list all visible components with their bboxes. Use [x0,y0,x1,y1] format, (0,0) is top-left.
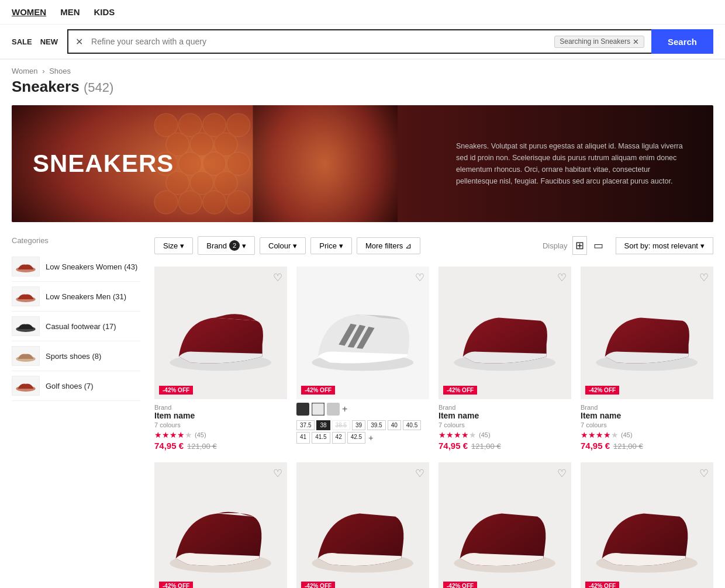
discount-badge: -42% OFF [443,582,477,588]
breadcrumb-women[interactable]: Women [12,67,38,75]
original-price: 121,00 € [613,442,643,451]
sale-label[interactable]: SALE [12,37,32,46]
new-label[interactable]: NEW [40,37,58,46]
list-view-icon[interactable]: ▭ [591,236,606,255]
size-filter[interactable]: Size ▾ [154,237,193,254]
discount-badge: -42% OFF [159,386,193,395]
brand-filter[interactable]: Brand 2 ▾ [198,236,255,255]
size-38-5[interactable]: 38.5 [332,420,350,430]
category-low-sneakers-men[interactable]: Low Sneakers Men (31) [12,282,140,312]
size-39[interactable]: 39 [352,420,365,430]
svg-rect-19 [253,105,398,222]
current-price: 74,95 € [581,441,610,451]
filter-bar: Size ▾ Brand 2 ▾ Colour ▾ Price ▾ More f… [154,236,713,255]
product-card-6[interactable]: -42% OFF ♡ Brand Item name [296,462,429,588]
size-40-5[interactable]: 40.5 [403,420,421,430]
category-thumb [12,346,40,366]
search-clear-icon[interactable]: ✕ [75,36,83,47]
category-thumb [12,286,40,306]
search-input[interactable] [91,37,550,46]
breadcrumb-shoes[interactable]: Shoes [49,67,71,75]
rating-count: (45) [621,431,633,438]
product-info: Brand Item name 7 colours ★★★★★ (45) 74,… [439,399,571,453]
color-swatch-light[interactable] [327,403,340,416]
wishlist-button[interactable]: ♡ [415,467,424,480]
price-row: 74,95 € 121,00 € [154,441,287,451]
hero-description: Sneakers. Volutpat sit purus egestas at … [456,140,690,187]
size-41[interactable]: 41 [296,432,310,444]
product-name: Item name [154,411,287,420]
discount-badge: -42% OFF [301,386,335,395]
nav-women[interactable]: WOMEN [12,7,46,17]
size-42-5[interactable]: 42.5 [347,432,365,444]
product-card-7[interactable]: -42% OFF ♡ Brand Item name [439,462,571,588]
wishlist-button[interactable]: ♡ [699,271,709,284]
product-card-2[interactable]: -42% OFF ♡ + 37.5 38 38.5 39 39.5 [296,267,429,453]
category-thumb [12,376,40,396]
page-title: Sneakers (542) [0,78,725,105]
sidebar-title: Categories [12,236,140,245]
svg-rect-27 [296,403,309,416]
display-label: Display [543,241,568,250]
color-swatch-selected[interactable] [312,403,324,416]
price-filter[interactable]: Price ▾ [310,237,352,254]
nav-kids[interactable]: KIDS [94,7,115,17]
chevron-down-icon: ▾ [293,241,297,250]
nav-men[interactable]: MEN [60,7,80,17]
wishlist-button[interactable]: ♡ [273,467,282,480]
size-39-5[interactable]: 39.5 [367,420,385,430]
product-card-5[interactable]: -42% OFF ♡ Brand Item name [154,462,287,588]
colour-filter[interactable]: Colour ▾ [260,237,306,254]
more-filters[interactable]: More filters ⊿ [357,237,420,254]
wishlist-button[interactable]: ♡ [557,271,567,284]
hero-banner: SNEAKERS Sneakers. Volutpat sit purus eg… [12,105,713,222]
discount-badge: -42% OFF [585,386,619,395]
product-info: Brand Item name 7 colours ★★★★★ (45) 74,… [581,399,713,453]
category-golf-shoes[interactable]: Golf shoes (7) [12,371,140,401]
price-row: 74,95 € 121,00 € [439,441,571,451]
category-casual-footwear[interactable]: Casual footwear (17) [12,312,140,341]
size-42[interactable]: 42 [332,432,346,444]
discount-badge: -42% OFF [443,386,477,395]
wishlist-button[interactable]: ♡ [415,271,424,284]
product-colors: 7 colours [154,421,287,428]
product-brand: Brand [439,404,571,411]
size-swatches: 37.5 38 38.5 39 39.5 40 40.5 41 41.5 42 … [296,418,429,446]
product-card-4[interactable]: -42% OFF ♡ Brand Item name 7 colours ★★★… [581,267,713,453]
sort-button[interactable]: Sort by: most relevant ▾ [616,237,713,254]
product-brand: Brand [581,404,713,411]
product-card-8[interactable]: -42% OFF ♡ Brand Item name [581,462,713,588]
product-card-1[interactable]: -42% OFF ♡ Brand Item name 7 colours ★★★… [154,267,287,453]
wishlist-button[interactable]: ♡ [273,271,282,284]
grid-view-icon[interactable]: ⊞ [572,236,587,255]
category-low-sneakers-women[interactable]: Low Sneakers Women (43) [12,252,140,282]
product-colors: 7 colours [439,421,571,428]
search-tag-close[interactable]: ✕ [633,37,639,46]
color-swatch-dark[interactable] [296,403,309,416]
svg-point-16 [178,191,202,214]
product-card-3[interactable]: -42% OFF ♡ Brand Item name 7 colours ★★★… [439,267,571,453]
wishlist-button[interactable]: ♡ [557,467,567,480]
size-41-5[interactable]: 41.5 [312,432,330,444]
svg-rect-29 [327,403,340,416]
top-navigation: WOMEN MEN KIDS [0,0,725,25]
hero-title: SNEAKERS [33,150,174,178]
product-grid-area: Size ▾ Brand 2 ▾ Colour ▾ Price ▾ More f… [154,236,713,588]
price-row: 74,95 € 121,00 € [581,441,713,451]
svg-point-17 [203,191,226,214]
category-sports-shoes[interactable]: Sports shoes (8) [12,341,140,371]
svg-rect-28 [312,403,324,416]
product-colors: 7 colours [581,421,713,428]
size-37-5[interactable]: 37.5 [296,420,315,430]
original-price: 121,00 € [187,442,217,451]
wishlist-button[interactable]: ♡ [699,467,709,480]
size-40[interactable]: 40 [388,420,401,430]
product-name: Item name [581,411,713,420]
search-button[interactable]: Search [651,29,713,54]
size-more-button[interactable]: + [367,432,374,444]
search-tag: Searching in Sneakers ✕ [554,36,644,48]
size-38[interactable]: 38 [316,420,330,430]
more-swatches-button[interactable]: + [342,404,347,414]
discount-badge: -42% OFF [301,582,335,588]
product-info: Brand Item name 7 colours ★★★★★ (45) 74,… [154,399,287,453]
